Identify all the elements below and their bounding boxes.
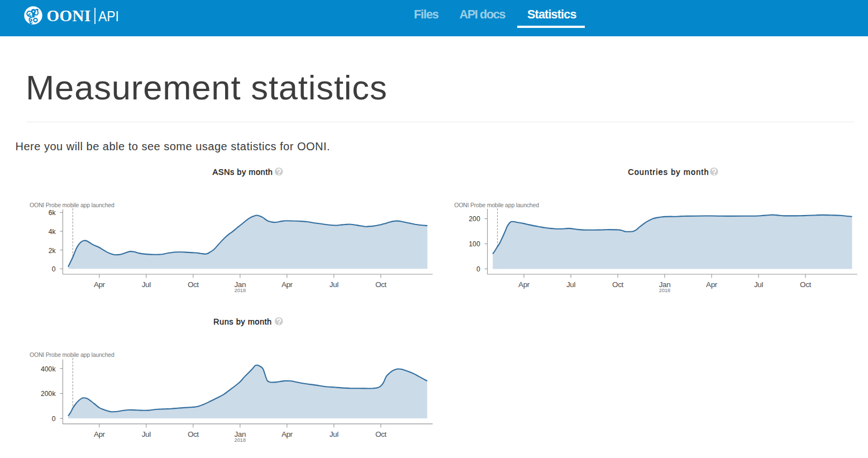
svg-text:0: 0 [476,265,480,273]
svg-text:Apr: Apr [282,430,293,438]
svg-text:2018: 2018 [235,437,246,443]
svg-text:OONI Probe mobile app launched: OONI Probe mobile app launched [30,202,115,208]
svg-text:200k: 200k [41,390,56,398]
svg-text:4k: 4k [49,228,56,236]
svg-text:Oct: Oct [375,280,387,289]
svg-text:0: 0 [52,415,56,423]
svg-text:Oct: Oct [800,280,811,289]
svg-text:0: 0 [52,265,56,273]
svg-text:Countries by month: Countries by month [628,168,709,176]
svg-text:Jul: Jul [754,280,763,289]
svg-text:OONI Probe mobile app launched: OONI Probe mobile app launched [454,202,539,208]
svg-text:400k: 400k [41,365,56,373]
svg-text:Apr: Apr [282,280,293,289]
svg-text:Jul: Jul [330,430,338,438]
svg-text:ASNs by month: ASNs by month [212,168,273,176]
svg-text:100: 100 [469,240,480,248]
svg-text:2018: 2018 [659,288,670,293]
svg-text:2018: 2018 [235,288,246,293]
svg-text:Jul: Jul [142,430,151,438]
svg-text:Oct: Oct [188,280,199,289]
svg-text:Jul: Jul [142,280,151,289]
svg-text:Runs by month: Runs by month [213,317,272,326]
svg-text:Oct: Oct [612,280,623,289]
svg-text:Apr: Apr [518,280,530,289]
svg-text:Oct: Oct [375,430,387,438]
svg-text:Apr: Apr [94,430,106,438]
svg-text:Apr: Apr [94,280,106,289]
svg-text:2k: 2k [49,247,56,255]
svg-text:Jul: Jul [566,280,575,289]
svg-text:6k: 6k [49,209,56,217]
svg-text:Jul: Jul [330,280,338,289]
svg-text:Apr: Apr [706,280,718,289]
svg-text:OONI Probe mobile app launched: OONI Probe mobile app launched [30,351,115,358]
svg-text:Oct: Oct [188,430,199,438]
svg-text:200: 200 [469,215,480,223]
